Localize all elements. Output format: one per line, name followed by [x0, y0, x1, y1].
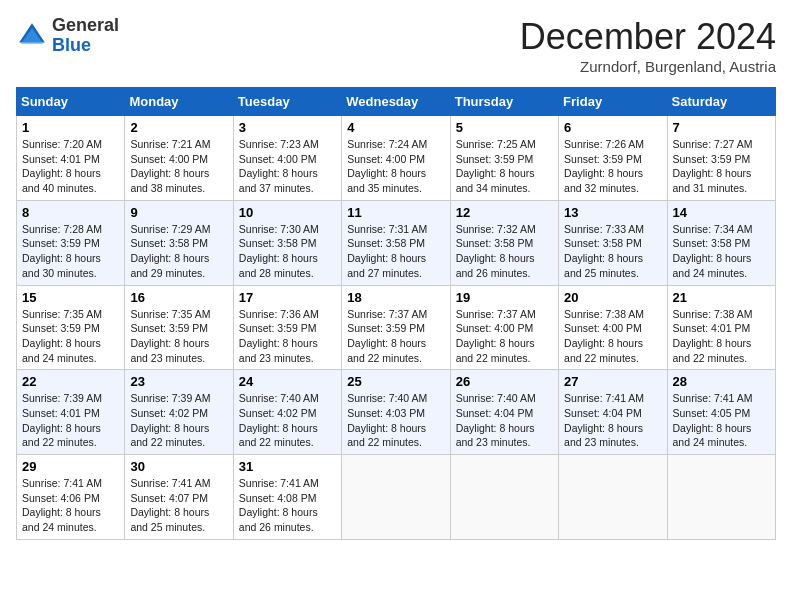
- calendar-cell: 7Sunrise: 7:27 AMSunset: 3:59 PMDaylight…: [667, 116, 775, 201]
- sunset-text: Sunset: 3:59 PM: [22, 321, 119, 336]
- day-number: 13: [564, 205, 661, 220]
- day-number: 17: [239, 290, 336, 305]
- weekday-header-tuesday: Tuesday: [233, 88, 341, 116]
- daylight-text: Daylight: 8 hoursand 24 minutes.: [22, 505, 119, 534]
- calendar-cell: 28Sunrise: 7:41 AMSunset: 4:05 PMDayligh…: [667, 370, 775, 455]
- sunset-text: Sunset: 3:59 PM: [22, 236, 119, 251]
- sunrise-text: Sunrise: 7:33 AM: [564, 222, 661, 237]
- sunset-text: Sunset: 3:58 PM: [456, 236, 553, 251]
- day-info: Sunrise: 7:27 AMSunset: 3:59 PMDaylight:…: [673, 137, 770, 196]
- sunset-text: Sunset: 4:00 PM: [130, 152, 227, 167]
- calendar-cell: 10Sunrise: 7:30 AMSunset: 3:58 PMDayligh…: [233, 200, 341, 285]
- calendar-cell: 6Sunrise: 7:26 AMSunset: 3:59 PMDaylight…: [559, 116, 667, 201]
- sunset-text: Sunset: 3:59 PM: [673, 152, 770, 167]
- calendar-cell: 29Sunrise: 7:41 AMSunset: 4:06 PMDayligh…: [17, 455, 125, 540]
- sunrise-text: Sunrise: 7:35 AM: [22, 307, 119, 322]
- day-info: Sunrise: 7:34 AMSunset: 3:58 PMDaylight:…: [673, 222, 770, 281]
- sunrise-text: Sunrise: 7:39 AM: [22, 391, 119, 406]
- calendar-cell: 30Sunrise: 7:41 AMSunset: 4:07 PMDayligh…: [125, 455, 233, 540]
- sunrise-text: Sunrise: 7:34 AM: [673, 222, 770, 237]
- calendar-cell: 9Sunrise: 7:29 AMSunset: 3:58 PMDaylight…: [125, 200, 233, 285]
- daylight-text: Daylight: 8 hoursand 23 minutes.: [564, 421, 661, 450]
- daylight-text: Daylight: 8 hoursand 27 minutes.: [347, 251, 444, 280]
- sunset-text: Sunset: 4:00 PM: [239, 152, 336, 167]
- day-number: 6: [564, 120, 661, 135]
- day-number: 25: [347, 374, 444, 389]
- daylight-text: Daylight: 8 hoursand 32 minutes.: [564, 166, 661, 195]
- sunset-text: Sunset: 3:59 PM: [130, 321, 227, 336]
- daylight-text: Daylight: 8 hoursand 28 minutes.: [239, 251, 336, 280]
- sunrise-text: Sunrise: 7:28 AM: [22, 222, 119, 237]
- day-info: Sunrise: 7:32 AMSunset: 3:58 PMDaylight:…: [456, 222, 553, 281]
- day-number: 15: [22, 290, 119, 305]
- calendar-cell: 8Sunrise: 7:28 AMSunset: 3:59 PMDaylight…: [17, 200, 125, 285]
- calendar-cell: 14Sunrise: 7:34 AMSunset: 3:58 PMDayligh…: [667, 200, 775, 285]
- calendar-cell: [342, 455, 450, 540]
- sunrise-text: Sunrise: 7:23 AM: [239, 137, 336, 152]
- daylight-text: Daylight: 8 hoursand 22 minutes.: [347, 421, 444, 450]
- calendar-cell: 26Sunrise: 7:40 AMSunset: 4:04 PMDayligh…: [450, 370, 558, 455]
- weekday-header-friday: Friday: [559, 88, 667, 116]
- day-number: 23: [130, 374, 227, 389]
- day-number: 21: [673, 290, 770, 305]
- sunset-text: Sunset: 4:01 PM: [22, 152, 119, 167]
- day-number: 1: [22, 120, 119, 135]
- sunset-text: Sunset: 4:04 PM: [564, 406, 661, 421]
- daylight-text: Daylight: 8 hoursand 26 minutes.: [456, 251, 553, 280]
- day-number: 22: [22, 374, 119, 389]
- calendar-cell: 11Sunrise: 7:31 AMSunset: 3:58 PMDayligh…: [342, 200, 450, 285]
- sunset-text: Sunset: 4:08 PM: [239, 491, 336, 506]
- day-info: Sunrise: 7:35 AMSunset: 3:59 PMDaylight:…: [22, 307, 119, 366]
- day-info: Sunrise: 7:25 AMSunset: 3:59 PMDaylight:…: [456, 137, 553, 196]
- sunset-text: Sunset: 3:58 PM: [347, 236, 444, 251]
- sunrise-text: Sunrise: 7:41 AM: [673, 391, 770, 406]
- day-info: Sunrise: 7:21 AMSunset: 4:00 PMDaylight:…: [130, 137, 227, 196]
- month-title: December 2024: [520, 16, 776, 58]
- day-info: Sunrise: 7:39 AMSunset: 4:01 PMDaylight:…: [22, 391, 119, 450]
- weekday-header-saturday: Saturday: [667, 88, 775, 116]
- weekday-header-wednesday: Wednesday: [342, 88, 450, 116]
- daylight-text: Daylight: 8 hoursand 22 minutes.: [239, 421, 336, 450]
- sunset-text: Sunset: 4:05 PM: [673, 406, 770, 421]
- day-number: 8: [22, 205, 119, 220]
- calendar-week-3: 15Sunrise: 7:35 AMSunset: 3:59 PMDayligh…: [17, 285, 776, 370]
- location-title: Zurndorf, Burgenland, Austria: [520, 58, 776, 75]
- calendar-week-1: 1Sunrise: 7:20 AMSunset: 4:01 PMDaylight…: [17, 116, 776, 201]
- calendar-cell: [667, 455, 775, 540]
- calendar-week-5: 29Sunrise: 7:41 AMSunset: 4:06 PMDayligh…: [17, 455, 776, 540]
- day-info: Sunrise: 7:26 AMSunset: 3:59 PMDaylight:…: [564, 137, 661, 196]
- day-number: 20: [564, 290, 661, 305]
- daylight-text: Daylight: 8 hoursand 22 minutes.: [456, 336, 553, 365]
- sunset-text: Sunset: 4:02 PM: [130, 406, 227, 421]
- page-header: General Blue December 2024 Zurndorf, Bur…: [16, 16, 776, 75]
- calendar-cell: [450, 455, 558, 540]
- day-number: 12: [456, 205, 553, 220]
- day-number: 9: [130, 205, 227, 220]
- day-info: Sunrise: 7:33 AMSunset: 3:58 PMDaylight:…: [564, 222, 661, 281]
- day-number: 4: [347, 120, 444, 135]
- sunset-text: Sunset: 3:59 PM: [239, 321, 336, 336]
- calendar-cell: 22Sunrise: 7:39 AMSunset: 4:01 PMDayligh…: [17, 370, 125, 455]
- calendar-cell: 23Sunrise: 7:39 AMSunset: 4:02 PMDayligh…: [125, 370, 233, 455]
- day-info: Sunrise: 7:40 AMSunset: 4:02 PMDaylight:…: [239, 391, 336, 450]
- day-info: Sunrise: 7:40 AMSunset: 4:03 PMDaylight:…: [347, 391, 444, 450]
- sunrise-text: Sunrise: 7:26 AM: [564, 137, 661, 152]
- logo-icon: [16, 20, 48, 52]
- daylight-text: Daylight: 8 hoursand 24 minutes.: [673, 251, 770, 280]
- day-number: 14: [673, 205, 770, 220]
- sunrise-text: Sunrise: 7:37 AM: [456, 307, 553, 322]
- day-number: 26: [456, 374, 553, 389]
- sunrise-text: Sunrise: 7:38 AM: [564, 307, 661, 322]
- day-number: 19: [456, 290, 553, 305]
- sunrise-text: Sunrise: 7:32 AM: [456, 222, 553, 237]
- day-info: Sunrise: 7:41 AMSunset: 4:06 PMDaylight:…: [22, 476, 119, 535]
- day-info: Sunrise: 7:40 AMSunset: 4:04 PMDaylight:…: [456, 391, 553, 450]
- calendar-cell: 16Sunrise: 7:35 AMSunset: 3:59 PMDayligh…: [125, 285, 233, 370]
- daylight-text: Daylight: 8 hoursand 34 minutes.: [456, 166, 553, 195]
- calendar-cell: 4Sunrise: 7:24 AMSunset: 4:00 PMDaylight…: [342, 116, 450, 201]
- sunrise-text: Sunrise: 7:40 AM: [456, 391, 553, 406]
- daylight-text: Daylight: 8 hoursand 26 minutes.: [239, 505, 336, 534]
- calendar-cell: 31Sunrise: 7:41 AMSunset: 4:08 PMDayligh…: [233, 455, 341, 540]
- sunset-text: Sunset: 3:59 PM: [456, 152, 553, 167]
- day-info: Sunrise: 7:39 AMSunset: 4:02 PMDaylight:…: [130, 391, 227, 450]
